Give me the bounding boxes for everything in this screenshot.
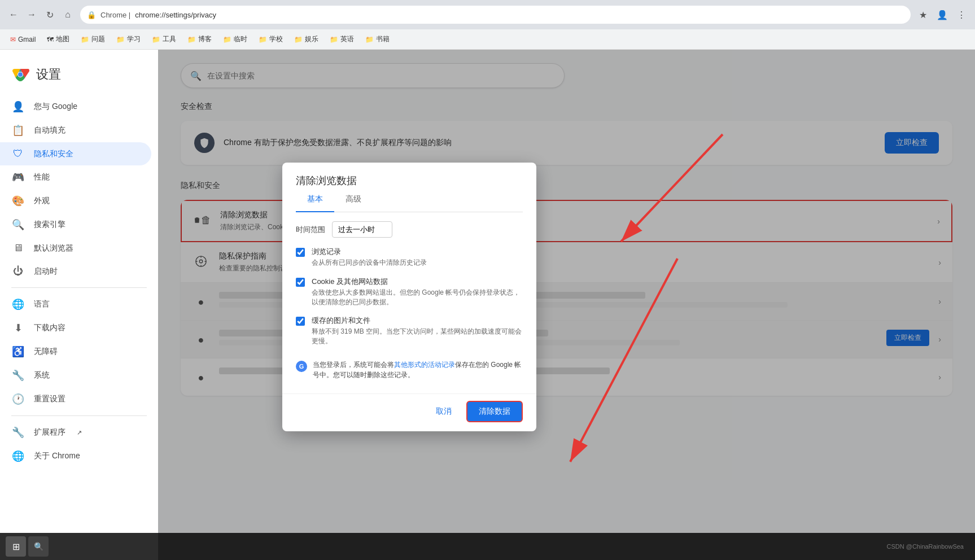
bookmark-shuji[interactable]: 📁 书籍 xyxy=(361,32,394,46)
reload-button[interactable]: ↻ xyxy=(42,7,58,23)
dialog-title: 清除浏览数据 xyxy=(282,163,536,187)
settings-title: 设置 xyxy=(36,66,61,83)
sidebar-item-reset[interactable]: 🕐 重置设置 xyxy=(0,387,151,411)
linshi-label: 临时 xyxy=(234,34,247,44)
menu-button[interactable]: ⋮ xyxy=(954,7,969,23)
bookmark-maps[interactable]: 🗺 地图 xyxy=(42,32,74,46)
back-button[interactable]: ← xyxy=(6,7,21,23)
bookmarks-bar: ✉ Gmail 🗺 地图 📁 问题 📁 学习 📁 工具 📁 博客 📁 临时 📁 … xyxy=(0,29,975,50)
checkbox-cache-input[interactable] xyxy=(296,317,305,326)
sidebar-item-system[interactable]: 🔧 系统 xyxy=(0,364,151,387)
google-note-row: G 当您登录后，系统可能会将其他形式的活动记录保存在您的 Google 帐号中。… xyxy=(296,355,523,384)
sidebar-item-appearance[interactable]: 🎨 外观 xyxy=(0,189,151,213)
sidebar: 设置 👤 您与 Google 📋 自动填充 🛡 隐私和安全 🎮 性能 🎨 外观 … xyxy=(0,50,158,560)
checkbox-cache-label: 缓存的图片和文件 xyxy=(312,316,523,326)
checkbox-browsing-history-content: 浏览记录 会从所有已同步的设备中清除历史记录 xyxy=(312,247,427,268)
dialog-content: 时间范围 过去一小时 过去24小时 过去7天 过去4周 全部时间 xyxy=(282,212,536,393)
nav-buttons: ← → ↻ ⌂ xyxy=(6,7,76,23)
cancel-button[interactable]: 取消 xyxy=(427,401,461,422)
sidebar-language-label: 语言 xyxy=(34,299,50,309)
bookmark-gmail[interactable]: ✉ Gmail xyxy=(6,33,40,46)
lock-icon: 🔒 xyxy=(87,11,96,19)
folder-icon-7: 📁 xyxy=(294,36,303,43)
bookmark-xuexi[interactable]: 📁 学习 xyxy=(112,32,145,46)
sidebar-item-browser[interactable]: 🖥 默认浏览器 xyxy=(0,237,151,260)
bookmark-yule[interactable]: 📁 娱乐 xyxy=(290,32,323,46)
dialog-tab-advanced[interactable]: 高级 xyxy=(334,187,373,212)
google-activity-link[interactable]: 其他形式的活动记录 xyxy=(394,361,455,369)
sidebar-item-search[interactable]: 🔍 搜索引擎 xyxy=(0,213,151,237)
profile-button[interactable]: 👤 xyxy=(934,7,950,23)
shuji-label: 书籍 xyxy=(376,34,390,44)
sidebar-item-accessibility[interactable]: ♿ 无障碍 xyxy=(0,340,151,364)
checkbox-browsing-history-input[interactable] xyxy=(296,248,305,257)
time-range-row: 时间范围 过去一小时 过去24小时 过去7天 过去4周 全部时间 xyxy=(296,221,523,238)
dialog-actions: 取消 清除数据 xyxy=(282,393,536,431)
sidebar-divider-2 xyxy=(11,415,147,416)
sidebar-google-label: 您与 Google xyxy=(34,102,77,112)
sidebar-item-privacy[interactable]: 🛡 隐私和安全 xyxy=(0,142,151,165)
sidebar-item-download[interactable]: ⬇ 下载内容 xyxy=(0,316,151,340)
clear-data-button[interactable]: 清除数据 xyxy=(466,401,523,422)
sidebar-item-performance[interactable]: 🎮 性能 xyxy=(0,165,151,189)
bookmark-boke[interactable]: 📁 博客 xyxy=(183,32,216,46)
sidebar-item-startup[interactable]: ⏻ 启动时 xyxy=(0,260,151,283)
bookmark-button[interactable]: ★ xyxy=(915,7,931,23)
bookmark-gongju[interactable]: 📁 工具 xyxy=(147,32,181,46)
download-icon: ⬇ xyxy=(11,322,25,334)
checkbox-cookies-input[interactable] xyxy=(296,278,305,287)
bookmark-linshi[interactable]: 📁 临时 xyxy=(218,32,252,46)
wenti-label: 问题 xyxy=(91,34,105,44)
folder-icon-9: 📁 xyxy=(365,36,374,43)
dialog-tab-basic[interactable]: 基本 xyxy=(296,187,334,212)
sidebar-accessibility-label: 无障碍 xyxy=(34,347,58,357)
language-icon: 🌐 xyxy=(11,298,25,310)
checkbox-cookies-desc: 会致使您从大多数网站退出。但您的 Google 帐号仍会保持登录状态，以便清除您… xyxy=(312,288,523,307)
checkbox-browsing-history-desc: 会从所有已同步的设备中清除历史记录 xyxy=(312,258,427,268)
sidebar-item-extensions[interactable]: 🔧 扩展程序 ↗ xyxy=(0,421,151,444)
bookmark-wenti[interactable]: 📁 问题 xyxy=(76,32,110,46)
taskbar-icon-2[interactable]: 🔍 xyxy=(28,536,49,557)
checkbox-browsing-history: 浏览记录 会从所有已同步的设备中清除历史记录 xyxy=(296,247,523,268)
sidebar-system-label: 系统 xyxy=(34,370,50,380)
folder-icon-5: 📁 xyxy=(223,36,231,43)
forward-button[interactable]: → xyxy=(24,7,40,23)
performance-icon: 🎮 xyxy=(11,171,25,183)
boke-label: 博客 xyxy=(198,34,212,44)
yule-label: 娱乐 xyxy=(305,34,318,44)
time-range-label: 时间范围 xyxy=(296,225,325,235)
external-link-icon: ↗ xyxy=(77,429,82,436)
xuexiao-label: 学校 xyxy=(269,34,283,44)
main-container: 设置 👤 您与 Google 📋 自动填充 🛡 隐私和安全 🎮 性能 🎨 外观 … xyxy=(0,50,975,560)
sidebar-item-google[interactable]: 👤 您与 Google xyxy=(0,95,151,119)
checkbox-browsing-history-label: 浏览记录 xyxy=(312,247,427,257)
browser-top-bar: ← → ↻ ⌂ 🔒 Chrome | chrome://settings/pri… xyxy=(0,0,975,29)
chrome-logo-icon xyxy=(11,65,29,84)
sidebar-browser-label: 默认浏览器 xyxy=(34,243,73,253)
sidebar-appearance-label: 外观 xyxy=(34,196,50,206)
time-range-select[interactable]: 过去一小时 过去24小时 过去7天 过去4周 全部时间 xyxy=(332,221,392,238)
dialog-backdrop[interactable] xyxy=(158,50,975,560)
sidebar-item-language[interactable]: 🌐 语言 xyxy=(0,292,151,316)
sidebar-performance-label: 性能 xyxy=(34,172,50,182)
system-icon: 🔧 xyxy=(11,369,25,382)
toolbar-actions: ★ 👤 ⋮ xyxy=(915,7,969,23)
checkbox-cookies-label: Cookie 及其他网站数据 xyxy=(312,277,523,287)
svg-point-3 xyxy=(18,72,23,77)
privacy-icon: 🛡 xyxy=(11,148,25,160)
taskbar-icon-1[interactable]: ⊞ xyxy=(6,536,26,557)
sidebar-item-about[interactable]: 🌐 关于 Chrome xyxy=(0,444,151,468)
sidebar-item-autofill[interactable]: 📋 自动填充 xyxy=(0,119,151,142)
sidebar-autofill-label: 自动填充 xyxy=(34,125,65,135)
sidebar-privacy-label: 隐私和安全 xyxy=(34,149,73,159)
home-button[interactable]: ⌂ xyxy=(60,7,76,23)
autofill-icon: 📋 xyxy=(11,124,25,137)
checkbox-cookies: Cookie 及其他网站数据 会致使您从大多数网站退出。但您的 Google 帐… xyxy=(296,277,523,307)
extensions-icon: 🔧 xyxy=(11,426,25,439)
bookmark-xuexiao[interactable]: 📁 学校 xyxy=(254,32,287,46)
address-browser-label: Chrome | xyxy=(100,11,130,19)
maps-label: 地图 xyxy=(56,34,69,44)
bookmark-yingyu[interactable]: 📁 英语 xyxy=(325,32,358,46)
address-url: chrome://settings/privacy xyxy=(135,11,216,19)
address-bar[interactable]: 🔒 Chrome | chrome://settings/privacy xyxy=(80,6,911,24)
